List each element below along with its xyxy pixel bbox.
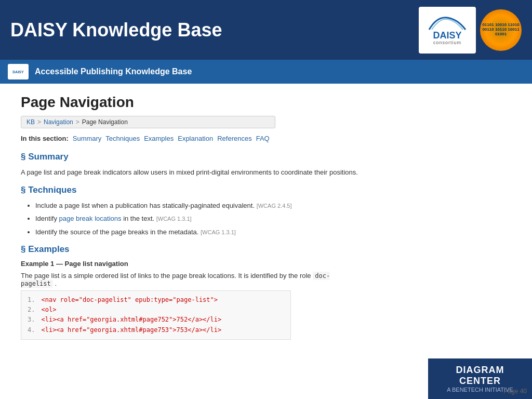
section-nav-references[interactable]: References — [217, 135, 251, 142]
technique-3-text: Identify the source of the page breaks i… — [35, 228, 198, 236]
breadcrumb: KB > Navigation > Page Navigation — [21, 116, 275, 128]
app-title: DAISY Knowledge Base — [10, 19, 222, 41]
section-nav-faq[interactable]: FAQ — [256, 135, 270, 142]
breadcrumb-sep-2: > — [76, 118, 79, 126]
diagram-center-title: DIAGRAM CENTER — [437, 365, 523, 387]
header-logos: DAISY consortium 01101 10010 11010 00110… — [419, 7, 522, 54]
breadcrumb-kb[interactable]: KB — [26, 118, 35, 126]
section-nav-techniques[interactable]: Techniques — [105, 135, 140, 142]
code-block: 1. <nav role="doc-pagelist" epub:type="p… — [21, 290, 291, 340]
list-item: Identify the source of the page breaks i… — [35, 227, 511, 237]
code-line-1: 1. <nav role="doc-pagelist" epub:type="p… — [28, 295, 284, 305]
app-header: DAISY Knowledge Base DAISY consortium 01… — [0, 0, 532, 60]
code-line-4: 4. <li><a href="georgia.xhtml#page753">7… — [28, 325, 284, 335]
technique-2-link[interactable]: page break locations — [59, 215, 122, 222]
section-nav: In this section: Summary Techniques Exam… — [21, 135, 511, 142]
code-line-2: 2. <ol> — [28, 305, 284, 315]
benetech-logo: 01101 10010 11010 00110 10110 10011 0100… — [480, 9, 522, 51]
technique-1-text: Include a page list when a publication h… — [35, 202, 257, 209]
daisy-logo: DAISY consortium — [419, 7, 476, 54]
page-title: Page Navigation — [21, 94, 511, 111]
example1-title: Example 1 — Page list navigation — [21, 260, 511, 268]
list-item: Identify page break locations in the tex… — [35, 214, 511, 224]
technique-2-ref: [WCAG 1.3.1] — [156, 216, 192, 222]
daisy-logo-sub: consortium — [433, 40, 461, 45]
technique-1-ref: [WCAG 2.4.5] — [257, 203, 292, 209]
section-nav-examples[interactable]: Examples — [144, 135, 174, 142]
techniques-heading: § Techniques — [21, 185, 511, 195]
summary-text: A page list and page break indicators al… — [21, 167, 374, 178]
example1-desc: The page list is a simple ordered list o… — [21, 272, 343, 287]
technique-2-after: in the text. — [122, 215, 156, 222]
list-item: Include a page list when a publication h… — [35, 201, 511, 211]
breadcrumb-current: Page Navigation — [82, 118, 128, 126]
examples-heading: § Examples — [21, 244, 511, 255]
page-number: Page 40 — [503, 388, 527, 395]
section-nav-summary[interactable]: Summary — [73, 135, 102, 142]
daisy-arc-icon — [427, 15, 468, 31]
technique-2-before: Identify — [35, 215, 59, 222]
breadcrumb-sep-1: > — [37, 118, 41, 126]
sub-header-title: Accessible Publishing Knowledge Base — [35, 67, 192, 76]
sub-header-logo: DAISY — [8, 64, 29, 79]
section-nav-explanation[interactable]: Explanation — [178, 135, 213, 142]
summary-heading: § Summary — [21, 152, 511, 162]
techniques-list: Include a page list when a publication h… — [35, 201, 511, 237]
technique-3-ref: [WCAG 1.3.1] — [201, 229, 236, 235]
daisy-logo-text: DAISY — [433, 31, 461, 40]
section-nav-label: In this section: — [21, 135, 69, 142]
code-line-3: 3. <li><a href="georgia.xhtml#page752">7… — [28, 315, 284, 325]
sub-header: DAISY Accessible Publishing Knowledge Ba… — [0, 60, 532, 84]
breadcrumb-navigation[interactable]: Navigation — [44, 118, 73, 126]
main-content: Page Navigation KB > Navigation > Page N… — [0, 84, 532, 399]
